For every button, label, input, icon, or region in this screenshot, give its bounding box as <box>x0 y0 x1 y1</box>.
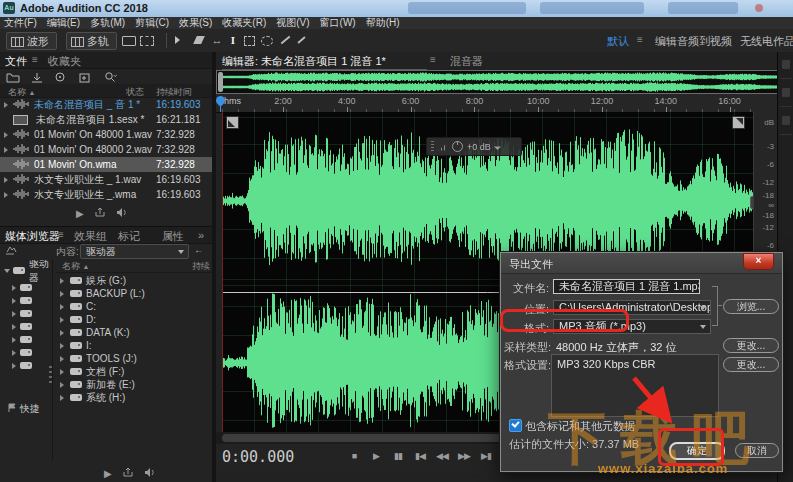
timecode-display[interactable]: 0:00.000 <box>222 448 294 466</box>
menu-item[interactable]: 收藏夹(R) <box>222 16 266 30</box>
menu-item[interactable]: 帮助(H) <box>366 16 400 30</box>
tree-node[interactable] <box>0 346 36 359</box>
collapsed-tab[interactable] <box>782 60 790 69</box>
skip-back-button[interactable]: ▮◀ <box>410 451 430 461</box>
play-button[interactable]: ▶ <box>366 451 386 461</box>
drive-row[interactable]: TOOLS (J:) <box>56 352 212 365</box>
workspace-radio[interactable]: 无线电作品 <box>740 34 793 49</box>
hud-grip-icon[interactable] <box>431 141 434 152</box>
autoplay-icon[interactable] <box>116 204 128 222</box>
spot-healing-tool-icon[interactable] <box>294 34 308 47</box>
back-arrow-icon[interactable]: ← <box>194 244 204 255</box>
expand-chevron-icon[interactable] <box>4 102 8 108</box>
volume-hud[interactable]: +0 dB <box>426 137 522 156</box>
column-name[interactable]: 名称 ▲ <box>62 260 89 273</box>
tab-favorites[interactable]: 收藏夹 <box>48 54 81 69</box>
expand-chevron-icon[interactable] <box>4 177 8 183</box>
editor-panel-menu-icon[interactable]: ≡ <box>430 54 436 65</box>
tree-node[interactable] <box>0 333 36 346</box>
expand-chevron-icon[interactable] <box>4 147 8 153</box>
hud-gain-value[interactable]: +0 dB <box>467 142 491 152</box>
metadata-checkbox[interactable] <box>509 419 522 432</box>
drive-row[interactable]: 文档 (F:) <box>56 365 212 378</box>
menu-item[interactable]: 多轨(M) <box>90 16 125 30</box>
menu-item[interactable]: 视图(V) <box>276 16 309 30</box>
drive-row[interactable]: 新加卷 (E:) <box>56 378 212 391</box>
razor-tool-icon[interactable] <box>192 34 206 47</box>
workspace-default[interactable]: 默认 <box>607 34 629 49</box>
ok-button[interactable]: 确定 <box>669 442 725 460</box>
drive-row[interactable]: 系统 (H:) <box>56 391 212 404</box>
hud-expand-icon[interactable] <box>494 143 501 150</box>
tree-node[interactable] <box>0 307 36 320</box>
timeline-ruler[interactable]: hms 2:004:006:008:0010:0012:0014:0016:00 <box>216 94 777 113</box>
location-dropdown[interactable]: C:\Users\Administrator\Desktop\ 音频 <box>553 300 711 315</box>
waveform-view-button[interactable]: 波形 <box>6 32 57 50</box>
expand-chevron-icon[interactable] <box>60 395 64 401</box>
expand-chevron-icon[interactable] <box>60 317 64 323</box>
media-import-icon[interactable] <box>5 245 18 258</box>
play-icon[interactable]: ▶ <box>76 208 84 219</box>
overview-left-handle[interactable] <box>218 72 223 92</box>
file-row[interactable]: 01 Movin' On.wma 7:32.928 <box>0 157 212 172</box>
cancel-button[interactable]: 取消 <box>735 443 779 458</box>
tree-node[interactable] <box>0 281 36 294</box>
title-bar[interactable]: Au Adobe Audition CC 2018 <box>0 0 793 17</box>
content-dropdown[interactable]: 驱动器 <box>80 244 189 259</box>
file-row[interactable]: 01 Movin' On 48000 2.wav 7:32.928 <box>0 142 212 157</box>
menu-item[interactable]: 窗口(W) <box>320 16 356 30</box>
drive-row[interactable]: D: <box>56 313 212 326</box>
loop-icon[interactable] <box>94 204 106 222</box>
file-row[interactable]: 水文专业职业生 _ 1.wav 16:19.603 <box>0 172 212 187</box>
search-icon[interactable] <box>104 69 122 82</box>
menu-item[interactable]: 效果(S) <box>179 16 212 30</box>
tree-shortcuts[interactable]: 快捷 <box>0 402 40 415</box>
overview-waveform[interactable] <box>222 71 783 93</box>
hud-volume-knob[interactable] <box>452 141 463 152</box>
media-panel-menu-icon[interactable]: ≡ <box>58 229 64 240</box>
open-folder-icon[interactable] <box>6 69 24 82</box>
filename-field[interactable]: 未命名混音项目 1 混音 1.mp3 <box>553 279 700 294</box>
expand-chevron-icon[interactable] <box>60 278 64 284</box>
pause-button[interactable]: ▮▮ <box>388 451 408 461</box>
expand-chevron-icon[interactable] <box>60 356 64 362</box>
tab-files[interactable]: 文件 <box>5 54 27 69</box>
file-row[interactable]: 水文专业职业生 _.wma 16:19.603 <box>0 187 212 202</box>
expand-chevron-icon[interactable] <box>60 343 64 349</box>
change-format-settings-button[interactable]: 更改... <box>723 357 779 372</box>
move-tool-icon[interactable] <box>172 34 186 47</box>
slip-tool-icon[interactable]: ↔ <box>210 34 224 47</box>
drive-row[interactable]: BACKUP (L:) <box>56 287 212 300</box>
multitrack-view-button[interactable]: 多轨 <box>66 32 117 50</box>
expand-chevron-icon[interactable] <box>60 304 64 310</box>
column-duration[interactable]: 持续 <box>192 260 210 273</box>
expand-chevron-icon[interactable] <box>60 369 64 375</box>
autoplay-icon[interactable] <box>144 464 156 482</box>
file-row[interactable]: 未命名混音项目 _ 音 1 * 16:19.603 <box>0 97 212 112</box>
loop-icon[interactable] <box>122 464 134 482</box>
close-icon[interactable]: × <box>743 253 774 270</box>
skip-forward-button[interactable]: ▶▮ <box>476 451 496 461</box>
marquee-selection-tool-icon[interactable] <box>242 34 256 47</box>
chevron-down-icon[interactable] <box>4 269 10 273</box>
file-row[interactable]: 未命名混音项目 1.sesx * 16:21.181 <box>0 112 212 127</box>
tree-node[interactable] <box>0 294 36 307</box>
monitor-icon[interactable] <box>122 34 136 47</box>
workspace-edit-av[interactable]: 编辑音频到视频 <box>655 34 732 49</box>
tree-node[interactable] <box>0 320 36 333</box>
drive-row[interactable]: DATA (K:) <box>56 326 212 339</box>
rewind-button[interactable]: ◀◀ <box>432 451 452 461</box>
menu-item[interactable]: 剪辑(C) <box>135 16 169 30</box>
expand-chevron-icon[interactable] <box>60 382 64 388</box>
format-dropdown[interactable]: MP3 音频 (*.mp3) <box>553 319 711 334</box>
workspace-menu-icon[interactable]: ≡ <box>637 34 643 45</box>
collapsed-tab[interactable] <box>782 88 790 97</box>
stop-button[interactable]: ■ <box>344 451 364 461</box>
extract-audio-icon[interactable] <box>54 69 72 82</box>
monitor-alt-icon[interactable] <box>140 34 154 47</box>
tree-root-drives[interactable]: 驱动器 <box>0 264 52 277</box>
play-icon[interactable]: ▶ <box>104 468 112 479</box>
change-sample-type-button[interactable]: 更改... <box>723 338 779 353</box>
import-file-icon[interactable] <box>30 69 48 82</box>
drive-row[interactable]: 娱乐 (G:) <box>56 274 212 287</box>
